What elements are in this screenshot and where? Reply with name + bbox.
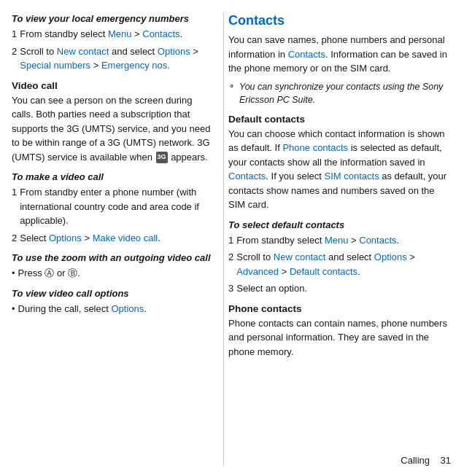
left-column: To view your local emergency numbers 1 F… bbox=[12, 13, 223, 466]
section-title-make-video: To make a video call bbox=[12, 171, 213, 182]
section-view-video-options: To view video call options • During the … bbox=[12, 288, 213, 316]
link-sim-contacts[interactable]: SIM contacts bbox=[325, 171, 379, 182]
section-title-zoom: To use the zoom with an outgoing video c… bbox=[12, 252, 213, 263]
link-new-contact-default[interactable]: New contact bbox=[274, 251, 326, 262]
step-2-emergency: 2 Scroll to New contact and select Optio… bbox=[12, 44, 213, 73]
section-title-view-video-options: To view video call options bbox=[12, 288, 213, 299]
link-contacts-intro[interactable]: Contacts bbox=[288, 49, 325, 60]
section-zoom: To use the zoom with an outgoing video c… bbox=[12, 252, 213, 281]
icon-3g: 3G bbox=[156, 152, 168, 163]
footer-label: Calling bbox=[401, 455, 430, 466]
bullet-zoom: • Press Ⓐ or Ⓑ. bbox=[12, 266, 213, 281]
link-special-numbers[interactable]: Special numbers bbox=[20, 60, 90, 71]
link-options-default[interactable]: Options bbox=[374, 251, 407, 262]
link-default-contacts[interactable]: Default contacts bbox=[290, 266, 357, 277]
link-emergency-nos[interactable]: Emergency nos. bbox=[101, 60, 170, 71]
section-title-emergency: To view your local emergency numbers bbox=[12, 13, 213, 24]
tip-text: You can synchronize your contacts using … bbox=[239, 80, 452, 106]
section-default-contacts: Default contacts You can choose which co… bbox=[228, 114, 452, 212]
heading-phone-contacts: Phone contacts bbox=[228, 303, 452, 314]
link-menu-default[interactable]: Menu bbox=[325, 235, 349, 246]
link-menu-1[interactable]: Menu bbox=[108, 28, 132, 39]
link-contacts-default[interactable]: Contacts bbox=[359, 235, 396, 246]
page-container: To view your local emergency numbers 1 F… bbox=[0, 0, 464, 476]
right-column: Contacts You can save names, phone numbe… bbox=[223, 13, 452, 466]
page-footer: Calling 31 bbox=[401, 455, 451, 466]
link-make-video-call[interactable]: Make video call bbox=[93, 233, 158, 243]
link-options-video[interactable]: Options bbox=[49, 233, 82, 243]
section-select-default: To select default contacts 1 From standb… bbox=[228, 219, 452, 296]
right-title-contacts: Contacts bbox=[228, 13, 452, 28]
section-video-call: Video call You can see a person on the s… bbox=[12, 80, 213, 165]
section-title-select-default: To select default contacts bbox=[228, 219, 452, 230]
step-1-default: 1 From standby select Menu > Contacts. bbox=[228, 233, 452, 248]
step-3-default: 3 Select an option. bbox=[228, 281, 452, 296]
section-emergency-numbers: To view your local emergency numbers 1 F… bbox=[12, 13, 213, 73]
step-2-default: 2 Scroll to New contact and select Optio… bbox=[228, 250, 452, 278]
link-advanced[interactable]: Advanced bbox=[236, 266, 279, 277]
link-new-contact-1[interactable]: New contact bbox=[57, 46, 109, 57]
link-options-view[interactable]: Options bbox=[111, 303, 144, 314]
link-options-1[interactable]: Options bbox=[158, 46, 190, 57]
contacts-intro: You can save names, phone numbers and pe… bbox=[228, 33, 452, 76]
heading-video-call: Video call bbox=[12, 80, 213, 91]
section-phone-contacts: Phone contacts Phone contacts can contai… bbox=[228, 303, 452, 359]
link-contacts-body[interactable]: Contacts bbox=[228, 171, 266, 182]
footer-page: 31 bbox=[441, 455, 451, 466]
heading-default-contacts: Default contacts bbox=[228, 114, 452, 125]
default-contacts-body: You can choose which contact information… bbox=[228, 127, 452, 212]
link-phone-contacts[interactable]: Phone contacts bbox=[282, 142, 348, 153]
tip-icon: ⚬ bbox=[228, 81, 235, 93]
section-make-video-call: To make a video call 1 From standby ente… bbox=[12, 171, 213, 245]
video-call-body: You can see a person on the screen durin… bbox=[12, 93, 213, 165]
phone-contacts-body: Phone contacts can contain names, phone … bbox=[228, 316, 452, 359]
tip-box: ⚬ You can synchronize your contacts usin… bbox=[228, 80, 452, 106]
step-1-video: 1 From standby enter a phone number (wit… bbox=[12, 185, 213, 228]
link-contacts-1[interactable]: Contacts bbox=[142, 28, 179, 39]
bullet-video-options: • During the call, select Options. bbox=[12, 302, 213, 316]
step-2-video: 2 Select Options > Make video call. bbox=[12, 231, 213, 246]
step-1-emergency: 1 From standby select Menu > Contacts. bbox=[12, 27, 213, 42]
